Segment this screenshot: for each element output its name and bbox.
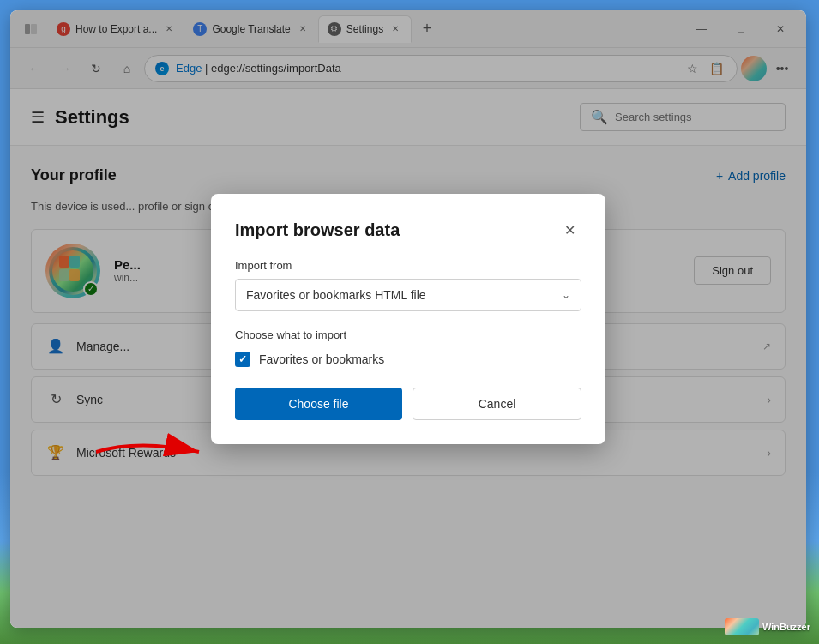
watermark: WinBuzzer xyxy=(725,618,810,635)
modal-actions: Choose file Cancel xyxy=(235,388,581,420)
modal-overlay: Import browser data ✕ Import from Favori… xyxy=(10,10,806,628)
dropdown-value: Favorites or bookmarks HTML file xyxy=(246,288,426,302)
choose-file-button[interactable]: Choose file xyxy=(235,388,402,420)
modal-header: Import browser data ✕ xyxy=(235,218,581,242)
browser-window: g How to Export a... ✕ T Google Translat… xyxy=(10,10,806,628)
modal-title: Import browser data xyxy=(235,220,400,240)
cancel-button[interactable]: Cancel xyxy=(413,388,581,420)
checkbox-row: ✓ Favorites or bookmarks xyxy=(235,352,581,367)
choose-what-label: Choose what to import xyxy=(235,328,581,341)
modal-close-button[interactable]: ✕ xyxy=(557,218,581,242)
checkbox-label: Favorites or bookmarks xyxy=(259,352,384,366)
import-modal: Import browser data ✕ Import from Favori… xyxy=(211,194,605,444)
watermark-logo xyxy=(725,618,759,635)
favorites-checkbox[interactable]: ✓ xyxy=(235,352,250,367)
checkmark-icon: ✓ xyxy=(238,353,247,365)
chevron-down-icon: ⌄ xyxy=(562,289,570,301)
watermark-text: WinBuzzer xyxy=(762,622,810,632)
import-from-dropdown[interactable]: Favorites or bookmarks HTML file ⌄ xyxy=(235,279,581,311)
arrow-annotation xyxy=(96,430,216,477)
import-from-label: Import from xyxy=(235,259,581,272)
